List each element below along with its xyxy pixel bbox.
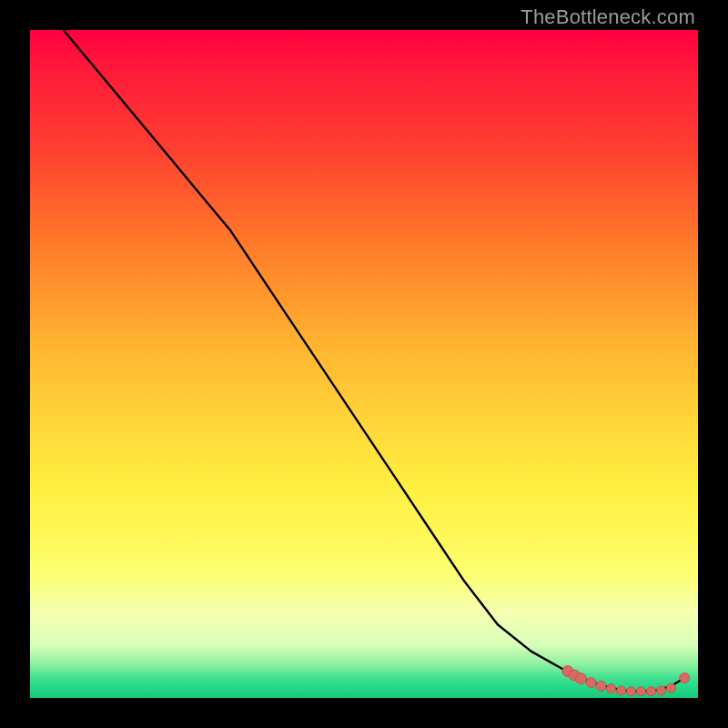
marker-dot (576, 673, 587, 684)
marker-dot (647, 687, 656, 696)
marker-group (562, 666, 690, 696)
chart-stage: TheBottleneck.com (0, 0, 728, 728)
marker-dot (586, 678, 596, 688)
chart-overlay (30, 30, 698, 698)
marker-dot (627, 687, 636, 696)
marker-dot (596, 681, 606, 691)
watermark-text: TheBottleneck.com (521, 5, 695, 29)
marker-dot (657, 686, 666, 695)
marker-dot (637, 687, 646, 696)
marker-dot (607, 684, 616, 693)
marker-dot (667, 683, 676, 693)
bottleneck-curve (64, 30, 685, 692)
marker-dot (617, 686, 626, 695)
marker-dot (680, 673, 690, 683)
